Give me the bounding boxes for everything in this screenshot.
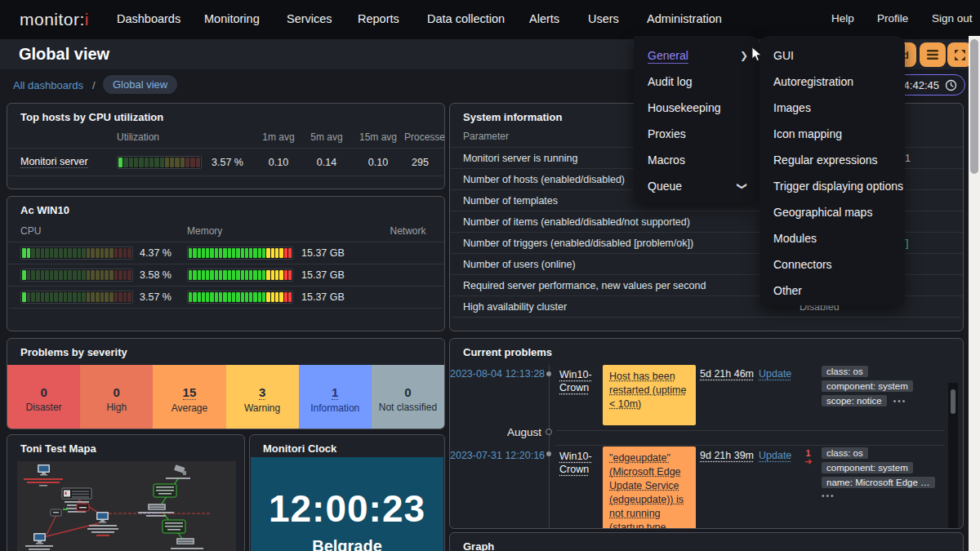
menu-item-general[interactable]: General❯ [634,42,760,69]
page-scrollbar-thumb[interactable] [970,39,978,174]
submenu-item-autoregistration[interactable]: Autoregistration [760,69,905,95]
page-scrollbar[interactable] [969,36,980,551]
administration-menu: General❯ Audit log Housekeeping Proxies … [634,36,760,202]
tag[interactable]: class: os [822,366,868,377]
col-memory: Memory [187,225,301,237]
update-link[interactable]: Update [759,368,791,380]
submenu-item-other[interactable]: Other [760,278,905,304]
current-problems-body: 2023-08-04 12:13:28 Win10-Crown Host has… [450,362,963,529]
problems-scrollbar[interactable] [948,383,958,529]
submenu-item-connectors[interactable]: Connectors [760,251,905,278]
severity-count: 3 [259,385,265,400]
nav-data-collection[interactable]: Data collection [427,12,505,25]
avg-15m-value: 0.10 [352,157,404,168]
nav-administration[interactable]: Administration [647,12,722,25]
nav-users[interactable]: Users [588,12,619,25]
nav-monitoring[interactable]: Monitoring [204,12,260,25]
app-logo[interactable]: monitor:i [20,10,89,29]
update-link[interactable]: Update [759,450,791,461]
panel-title: Current problems [450,339,963,362]
submenu-item-images[interactable]: Images [760,95,905,121]
tag[interactable]: name: Microsoft Edge … [822,477,935,488]
col-1m-avg: 1m avg [256,131,301,143]
submenu-item-modules[interactable]: Modules [760,225,905,251]
panel-title: Toni Test Mapa [7,435,244,458]
more-tags-button[interactable]: ••• [822,491,835,500]
nav-profile[interactable]: Profile [877,12,908,24]
submenu-item-gui[interactable]: GUI [760,42,905,69]
page-title: Global view [19,45,109,64]
submenu-item-regular-expressions[interactable]: Regular expressions [760,147,905,173]
panel-current-problems: Current problems 2023-08-04 12:13:28 Win… [449,338,964,529]
problem-time[interactable]: 2023-08-04 12:13:28 [450,368,541,380]
panel-graph: Graph [449,532,964,551]
nav-reports[interactable]: Reports [358,12,399,25]
hamburger-icon [926,49,939,60]
severity-count: 0 [40,385,47,399]
tag[interactable]: scope: notice [822,395,887,407]
severity-label: Warning [244,402,280,414]
severity-block-high[interactable]: 0 High [80,365,153,429]
host-link[interactable]: Win10-Crown [559,369,592,393]
memory-value: 15.37 GB [301,291,383,303]
severity-count: 1 [332,385,338,400]
submenu-item-geographical-maps[interactable]: Geographical maps [760,199,905,225]
host-link[interactable]: Win10-Crown [559,451,592,475]
tag[interactable]: component: system [822,380,913,392]
row-separator [556,445,945,446]
menu-item-housekeeping[interactable]: Housekeeping [634,95,760,121]
month-separator: August [450,426,541,438]
severity-count: 0 [404,385,411,399]
nav-sign-out[interactable]: Sign out [932,12,973,24]
problem-cell-warning[interactable]: Host has been restarted (uptime < 10m) [603,365,696,425]
nav-services[interactable]: Services [287,12,332,25]
severity-label: Average [172,402,207,414]
severity-count: 0 [114,385,120,399]
tag[interactable]: class: os [822,447,868,459]
dashboard-list-button[interactable] [920,42,946,67]
menu-item-audit-log[interactable]: Audit log [634,69,760,95]
panel-title: Top hosts by CPU utilization [7,104,444,127]
col-network: Network [383,225,433,237]
severity-count: 15 [183,385,197,400]
network-map[interactable] [17,461,234,551]
avg-1m-value: 0.10 [256,157,301,168]
ac-win10-row: 3.58 % 15.37 GB [7,264,444,286]
unacknowledged-badge[interactable]: 1➜ [804,449,812,465]
clock-time: 12:00:23 [251,487,443,531]
panel-map: Toni Test Mapa [7,434,245,551]
panel-title: Graph [450,533,963,551]
cpu-gauge [20,291,133,304]
host-link[interactable]: Monitori server [20,156,88,168]
more-tags-button[interactable]: ••• [893,397,907,406]
menu-item-queue[interactable]: Queue❯ [634,173,760,199]
nav-alerts[interactable]: Alerts [529,12,559,25]
severity-block-disaster[interactable]: 0 Disaster [7,365,80,429]
col-15m-avg: 15m avg [352,131,404,143]
tag[interactable]: component: system [822,462,913,473]
problem-cell-average[interactable]: "edgeupdate" (Microsoft Edge Update Serv… [603,447,696,529]
submenu-item-icon-mapping[interactable]: Icon mapping [760,121,905,147]
problems-scrollbar-thumb[interactable] [951,389,956,414]
clock-icon [945,79,957,91]
col-5m-avg: 5m avg [301,131,352,143]
severity-block-warning[interactable]: 3 Warning [226,365,299,429]
problem-duration[interactable]: 5d 21h 46m [700,368,754,380]
top-nav-bar: monitor:i Dashboards Monitoring Services… [0,0,980,39]
problem-duration[interactable]: 9d 21h 39m [700,450,754,461]
col-processes: Processes [404,131,445,143]
problem-time[interactable]: 2023-07-31 12:20:16 [450,450,541,461]
cpu-gauge [20,247,133,260]
severity-block-average[interactable]: 15 Average [153,365,225,429]
severity-block-information[interactable]: 1 Information [299,365,372,429]
menu-item-proxies[interactable]: Proxies [634,121,760,147]
breadcrumb-all-dashboards[interactable]: All dashboards [13,79,83,91]
nav-help[interactable]: Help [831,12,854,24]
menu-item-macros[interactable]: Macros [634,147,760,173]
breadcrumb-current[interactable]: Global view [103,75,177,94]
submenu-item-trigger-displaying-options[interactable]: Trigger displaying options [760,173,905,199]
severity-block-not-classified[interactable]: 0 Not classified [372,365,444,429]
nav-dashboards[interactable]: Dashboards [117,12,180,25]
top-hosts-header-row: Utilization 1m avg 5m avg 15m avg Proces… [7,127,444,148]
panel-ac-win10: Ac WIN10 CPU Memory Network 4.37 % 15.37… [7,196,445,331]
